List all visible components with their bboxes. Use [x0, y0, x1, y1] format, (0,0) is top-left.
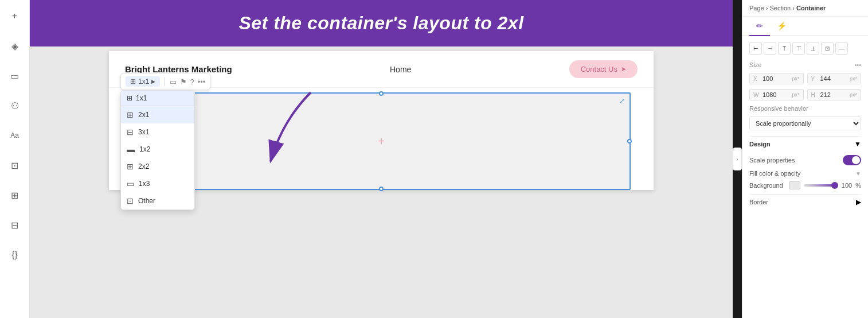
- toolbar-icon-1[interactable]: ▭: [170, 77, 177, 86]
- scale-properties-toggle[interactable]: [843, 155, 861, 165]
- add-element-icon[interactable]: +: [378, 135, 385, 148]
- background-controls: 100 %: [789, 181, 861, 189]
- cursor-icon: ▶: [151, 79, 155, 84]
- design-title: Design: [749, 141, 771, 148]
- y-field[interactable]: Y 144 px*: [807, 73, 862, 84]
- layout-option-1x3[interactable]: ▭ 1x3: [121, 175, 194, 192]
- breadcrumb-sep2: ›: [792, 5, 796, 11]
- add-icon[interactable]: +: [6, 7, 24, 25]
- w-unit: px*: [792, 92, 799, 98]
- responsive-row: Responsive behavior: [749, 105, 861, 112]
- align-top-v[interactable]: ⊤: [792, 42, 805, 55]
- image-icon[interactable]: ⊡: [6, 156, 24, 174]
- y-value: 144: [820, 75, 847, 82]
- typography-icon[interactable]: Aa: [6, 126, 24, 145]
- background-unit: %: [855, 182, 861, 189]
- resize-handle-bottom[interactable]: [379, 187, 384, 191]
- align-bottom[interactable]: ⊥: [807, 42, 819, 55]
- w-field[interactable]: W 1080 px*: [749, 89, 804, 100]
- layout-selector[interactable]: ⊞ 1x1 ▶: [126, 76, 160, 87]
- x-value: 100: [763, 75, 789, 82]
- align-left[interactable]: ⊢: [749, 42, 762, 55]
- y-label: Y: [811, 76, 818, 82]
- layout-other-label: Other: [138, 197, 155, 205]
- h-unit: px*: [850, 92, 857, 98]
- canvas-outer: Bright Lanterns Marketing Home Contact U…: [30, 46, 733, 318]
- users-icon[interactable]: ⚇: [6, 96, 24, 115]
- layout-option-2x2[interactable]: ⊞ 2x2: [121, 158, 194, 175]
- responsive-select[interactable]: Scale proportionally: [749, 117, 861, 130]
- size-row: Size •••: [749, 61, 861, 68]
- toolbar-help-icon[interactable]: ?: [190, 77, 194, 86]
- background-swatch[interactable]: [789, 181, 800, 189]
- dropdown-header-label: 1x1: [136, 94, 147, 102]
- layout-option-other[interactable]: ⊡ Other: [121, 192, 194, 210]
- grid-icon[interactable]: ⊞: [6, 186, 24, 204]
- container-toolbar: ⊞ 1x1 ▶ | ▭ ⚑ ? •••: [120, 73, 210, 90]
- align-center-h[interactable]: ⊣: [764, 42, 776, 55]
- xy-coord-row: X 100 px* Y 144 px*: [749, 73, 861, 84]
- tab-style[interactable]: ✏: [749, 17, 770, 36]
- border-chevron[interactable]: ▶: [856, 198, 861, 206]
- layout-2x1-icon: ⊞: [127, 110, 134, 119]
- toolbar-flag-icon[interactable]: ⚑: [180, 77, 187, 86]
- border-row: Border ▶: [749, 194, 861, 206]
- tab-behavior[interactable]: ⚡: [770, 17, 793, 35]
- layers-icon[interactable]: ◈: [6, 37, 24, 55]
- layout-other-icon: ⊡: [127, 196, 134, 205]
- y-unit: px*: [850, 76, 857, 82]
- layout-label: 1x1: [138, 77, 149, 86]
- code-icon[interactable]: {}: [6, 246, 24, 264]
- toolbar-items: ⊞ 1x1 ▶ | ▭ ⚑ ? •••: [120, 73, 210, 90]
- layout-2x2-icon: ⊞: [127, 162, 134, 171]
- panel-body: ⊢ ⊣ T ⊤ ⊥ ⊡ — Size ••• X 100 px* Y 144 p…: [742, 36, 868, 318]
- scale-properties-row: Scale properties: [749, 155, 861, 165]
- w-label: W: [753, 92, 760, 98]
- background-row: Background 100 %: [749, 181, 861, 189]
- size-label: Size: [749, 61, 761, 68]
- grid-layout-icon: ⊞: [130, 77, 136, 86]
- tutorial-title: Set the container's layout to 2xl: [53, 13, 710, 34]
- background-slider[interactable]: [804, 184, 838, 187]
- align-stretch[interactable]: —: [835, 42, 848, 55]
- h-field[interactable]: H 212 px*: [807, 89, 862, 100]
- layout-dropdown: ⊞ 1x1 ⊞ 2x1 ⊟ 3x1: [120, 90, 195, 210]
- table-icon[interactable]: ⊟: [6, 216, 24, 234]
- resize-handle-right[interactable]: [627, 139, 632, 144]
- design-chevron[interactable]: ▼: [854, 140, 861, 148]
- layout-option-3x1[interactable]: ⊟ 3x1: [121, 123, 194, 141]
- size-more[interactable]: •••: [854, 61, 861, 68]
- breadcrumb-container: Container: [796, 5, 826, 11]
- dropdown-header-grid-icon: ⊞: [127, 94, 132, 102]
- toolbar-more-icon[interactable]: •••: [198, 77, 206, 86]
- breadcrumb: Page › Section › Container: [742, 0, 868, 17]
- contact-btn-label: Contact Us: [581, 65, 617, 73]
- canvas-content[interactable]: Bright Lanterns Marketing Home Contact U…: [30, 46, 733, 318]
- align-top[interactable]: T: [778, 42, 791, 55]
- nav-item-home: Home: [390, 65, 411, 74]
- contact-us-button[interactable]: Contact Us ➤: [569, 60, 638, 78]
- pages-icon[interactable]: ▭: [6, 67, 24, 85]
- layout-2x2-label: 2x2: [138, 162, 149, 170]
- resize-handle-top[interactable]: [379, 91, 384, 96]
- layout-1x2-label: 1x2: [139, 145, 150, 153]
- wh-coord-row: W 1080 px* H 212 px*: [749, 89, 861, 100]
- fill-color-chevron[interactable]: ▼: [855, 170, 861, 177]
- breadcrumb-section: Section: [770, 5, 791, 11]
- border-label: Border: [749, 199, 768, 205]
- layout-option-1x2[interactable]: ▬ 1x2: [121, 141, 194, 158]
- tutorial-banner: Set the container's layout to 2xl: [30, 0, 733, 46]
- selected-container[interactable]: + ⤢: [132, 92, 631, 190]
- layout-1x3-icon: ▭: [127, 179, 134, 188]
- main-area: Set the container's layout to 2xl Deskto…: [30, 0, 733, 318]
- align-distribute[interactable]: ⊡: [821, 42, 834, 55]
- layout-1x2-icon: ▬: [127, 145, 135, 154]
- expand-icon[interactable]: ⤢: [619, 97, 625, 105]
- panel-collapse-button[interactable]: ›: [733, 148, 742, 170]
- x-field[interactable]: X 100 px*: [749, 73, 804, 84]
- align-row: ⊢ ⊣ T ⊤ ⊥ ⊡ —: [749, 42, 861, 55]
- scale-properties-label: Scale properties: [749, 157, 795, 164]
- responsive-label: Responsive behavior: [749, 105, 808, 112]
- layout-option-2x1[interactable]: ⊞ 2x1: [121, 106, 194, 123]
- toolbar-separator: |: [163, 76, 166, 87]
